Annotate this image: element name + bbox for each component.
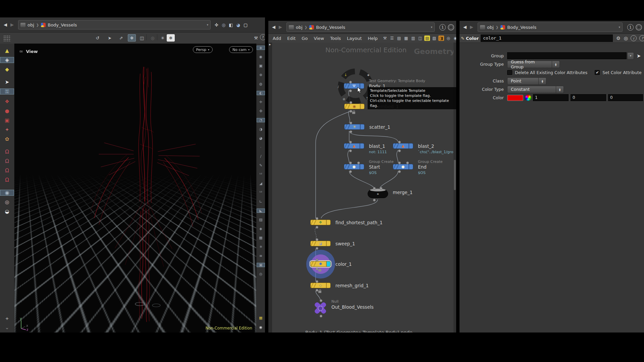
eye-brush-icon[interactable]: ◑ xyxy=(257,127,265,131)
pen-marker-icon[interactable]: ✎ xyxy=(257,163,265,168)
ring-down-arrow-icon[interactable]: ↓ xyxy=(344,73,347,77)
see-through-icon[interactable]: ◉ xyxy=(257,55,265,59)
network-scrollbar[interactable] xyxy=(453,43,456,333)
group-dropdown-button[interactable]: ▾ xyxy=(627,52,634,60)
handles-tool-icon[interactable]: ▲ xyxy=(0,48,14,54)
select-points-icon[interactable]: ❖ xyxy=(0,99,14,105)
breadcrumb-dropdown-icon[interactable]: ▾ xyxy=(619,25,620,29)
material-sphere-icon[interactable]: ◕ xyxy=(236,22,240,27)
zoom-box-icon[interactable]: ◫ xyxy=(138,34,146,42)
help-icon[interactable]: ? xyxy=(639,35,644,41)
snap-curve-icon[interactable]: Ω xyxy=(0,158,14,164)
collapse-icon[interactable]: ⌄ xyxy=(0,324,14,330)
connector-dot[interactable] xyxy=(357,162,360,164)
select-arrow-icon[interactable]: ➤ xyxy=(106,34,114,42)
breadcrumb[interactable]: obj ❯ Body_Vessels ▾ xyxy=(18,20,211,29)
color-g-field[interactable]: 0 xyxy=(571,94,606,101)
select-agent-icon[interactable]: ✦ xyxy=(0,127,14,133)
misc-tool-icon[interactable]: ✦ xyxy=(0,316,14,322)
shading-cube-icon[interactable]: ◧ xyxy=(229,22,233,27)
pin-icon[interactable]: ✜ xyxy=(215,22,218,27)
color-r-field[interactable]: 1 xyxy=(533,94,569,101)
connector-dot[interactable] xyxy=(350,122,352,124)
light-all-icon[interactable]: ✜ xyxy=(257,109,265,113)
back-button[interactable]: ◀ xyxy=(270,24,277,30)
prim-num-icon[interactable]: ¹² xyxy=(257,190,265,195)
connector-dot[interactable] xyxy=(316,217,318,220)
windows-icon[interactable]: ◫ xyxy=(417,36,423,41)
pane-link-badge[interactable]: 1 xyxy=(627,24,634,31)
search-icon[interactable]: ◎ xyxy=(445,36,451,41)
viewport-3d[interactable]: ∞ View Persp▾ No cam▾ Non-Commercial Edi… xyxy=(14,44,256,333)
lock-selection-icon[interactable]: ⚿ xyxy=(0,88,14,95)
connector-dot[interactable] xyxy=(316,226,318,229)
pointer-tool-icon[interactable]: ➤ xyxy=(0,79,14,85)
connector-dot[interactable] xyxy=(316,259,318,261)
angle-icon[interactable]: ∟ xyxy=(257,199,265,204)
connector-dot[interactable] xyxy=(373,187,376,190)
connector-dot[interactable] xyxy=(398,149,401,152)
move-tool-icon[interactable]: ◆ xyxy=(0,66,14,72)
overview-eye-icon[interactable]: ◉ xyxy=(452,36,456,41)
wrench-icon[interactable]: ⚒ xyxy=(382,36,388,41)
connector-dot[interactable] xyxy=(316,247,318,250)
pin-view-icon[interactable]: ◎ xyxy=(257,272,265,276)
select-edges-icon[interactable]: ● xyxy=(0,108,14,114)
node-tet_embed_1[interactable]: ◉ xyxy=(344,104,365,109)
forward-button[interactable]: ▶ xyxy=(468,24,475,30)
transform-icon[interactable]: ⇗ xyxy=(117,34,125,42)
eye-box-icon[interactable]: ◕ xyxy=(257,136,265,140)
menu-add[interactable]: Add xyxy=(270,36,284,41)
shade-tri-icon[interactable]: ◣ xyxy=(257,208,265,213)
group-type-select[interactable]: Guess from Group xyxy=(507,61,552,68)
connector-dot[interactable] xyxy=(398,170,401,173)
snap-points-icon[interactable]: Ω xyxy=(0,168,14,174)
search-icon[interactable]: ◎ xyxy=(624,36,628,41)
gear-icon[interactable]: ⚙ xyxy=(616,36,621,41)
pane-link-badge[interactable]: 1 xyxy=(439,24,446,31)
point-marker-icon[interactable]: · xyxy=(257,145,265,149)
snap-off-icon[interactable]: ◎ xyxy=(149,34,157,42)
connector-dot[interactable] xyxy=(316,289,318,292)
snapshot-icon[interactable]: ▢ xyxy=(244,22,248,27)
ring-info-icon[interactable]: i xyxy=(337,85,338,89)
toolbox-icon[interactable]: ◨ xyxy=(438,36,444,41)
node-color_1[interactable]: ✱ xyxy=(310,261,331,267)
headlight-icon[interactable]: ◐ xyxy=(257,91,265,95)
ring-dot-icon[interactable]: ● xyxy=(367,74,369,76)
point-num-icon[interactable]: ¹² xyxy=(257,172,265,177)
snap-magnet-icon[interactable]: Ω xyxy=(0,177,14,183)
node-find_shortest_path_1[interactable]: ❖ xyxy=(310,220,331,225)
color-type-spinner[interactable]: ▲▼ xyxy=(556,86,564,93)
no-cam-button[interactable]: No cam▾ xyxy=(229,46,253,53)
image-bg-icon[interactable]: ▧ xyxy=(431,36,437,41)
group-type-spinner[interactable]: ▲▼ xyxy=(552,61,560,68)
color-type-select[interactable]: Constant xyxy=(507,86,556,93)
connector-dot[interactable] xyxy=(380,187,382,190)
eq-icon[interactable]: ≡ xyxy=(257,254,265,258)
ring-freeze-icon[interactable]: ❄ xyxy=(342,97,345,102)
ellipse-icon[interactable]: ◍ xyxy=(257,82,265,86)
color-swatch[interactable] xyxy=(507,95,523,101)
character-picker-icon[interactable]: ⚒ xyxy=(252,34,260,42)
checker-icon[interactable]: ▨ xyxy=(257,218,265,222)
node-remesh_grid_1[interactable]: ◇ xyxy=(310,283,331,288)
eye-toggle-icon[interactable]: ◉ xyxy=(257,325,265,329)
scrollbar-handle[interactable] xyxy=(454,160,456,190)
menu-view[interactable]: View xyxy=(311,36,327,41)
connector-dot[interactable] xyxy=(398,141,401,143)
diamond-icon[interactable]: ◈ xyxy=(257,227,265,231)
snap-grid-icon[interactable]: Ω xyxy=(0,149,14,155)
forward-button[interactable]: ▶ xyxy=(9,22,15,28)
prim-marker-icon[interactable]: ◢ xyxy=(257,181,265,186)
splatter-icon[interactable]: ✳ xyxy=(159,34,167,42)
group-pick-arrow-icon[interactable]: ➤ xyxy=(637,53,641,59)
breadcrumb-root[interactable]: obj xyxy=(296,25,303,30)
node-end[interactable]: ● xyxy=(393,164,413,170)
camera-tool-icon[interactable]: ◉ xyxy=(0,190,14,196)
connector-dot[interactable] xyxy=(398,162,401,164)
connector-dot[interactable] xyxy=(349,170,352,173)
link-target-icon[interactable]: ◎ xyxy=(222,22,225,27)
class-spinner[interactable]: ▲▼ xyxy=(539,77,546,85)
delete-attrs-checkbox[interactable] xyxy=(507,70,512,75)
